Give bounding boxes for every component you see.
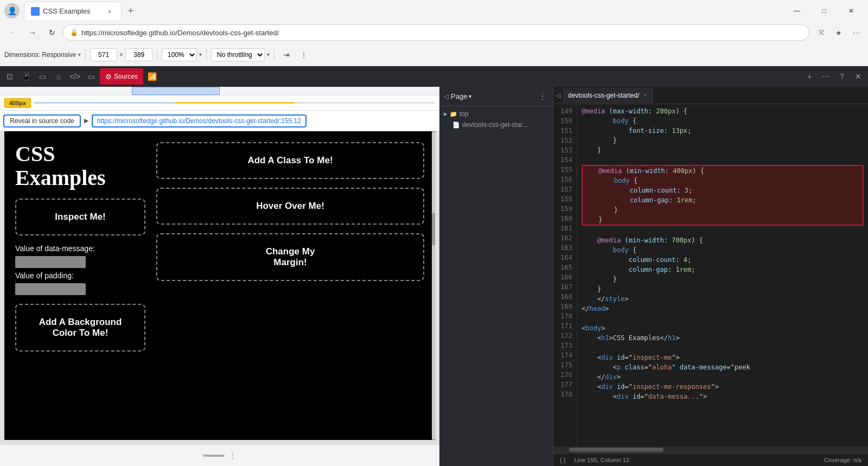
browser-tab[interactable]: CSS Examples × <box>24 2 122 20</box>
reading-view-icon[interactable]: 𝓡 <box>814 25 829 40</box>
inspect-element-panel-btn[interactable]: ⊡ <box>2 69 17 84</box>
toolbar-separator-4 <box>274 49 275 60</box>
tab-close-button[interactable]: × <box>105 7 114 16</box>
file-tab-back-icon[interactable]: ◁ <box>556 92 560 99</box>
demo-data-info: Value of data-message: Value of padding: <box>15 244 145 295</box>
toolbar-separator-1 <box>85 49 86 60</box>
device-emulation-panel-btn[interactable]: 📱 <box>18 69 34 84</box>
toolbar-more-icon[interactable]: ⋮ <box>296 47 311 62</box>
toolbar-separator-3 <box>206 49 207 60</box>
panel-right-controls: + ⋯ ? ✕ <box>802 69 866 84</box>
reveal-source-code-button[interactable]: Reveal in source code <box>3 114 81 127</box>
tree-item-top[interactable]: ▶ 📁 top <box>442 108 551 119</box>
maximize-button[interactable]: □ <box>812 2 837 20</box>
viewport-scrollbar-thumb <box>432 213 435 245</box>
active-file-tab[interactable]: devtools-css-get-started/ × <box>563 88 653 103</box>
toggle-pretty-print-icon[interactable]: { } <box>560 457 565 463</box>
demo-inspect-btn[interactable]: Inspect Me! <box>15 199 145 235</box>
code-lines[interactable]: @media (max-width: 200px) { body { font-… <box>577 104 868 446</box>
cursor-position: Line 155, Column 12 <box>574 457 629 463</box>
width-input[interactable] <box>90 48 117 61</box>
line-numbers: 1491501511521531541551561571581591601611… <box>553 104 577 446</box>
tooltip-bar: Reveal in source code ▶ https://microsof… <box>0 111 439 131</box>
console-panel-btn[interactable]: ▭ <box>84 69 99 84</box>
wifi-icon[interactable]: 📶 <box>144 69 159 84</box>
width-badge: 400px <box>4 98 31 108</box>
user-avatar[interactable]: 👤 <box>4 3 20 18</box>
tab-bar: CSS Examples × + <box>24 2 784 20</box>
minimize-button[interactable]: — <box>784 2 809 20</box>
demo-page: CSSExamples Inspect Me! Value of data-me… <box>4 131 435 440</box>
new-tab-button[interactable]: + <box>122 2 140 20</box>
demo-bg-color-btn[interactable]: Add A BackgroundColor To Me! <box>15 304 145 352</box>
demo-add-class-btn[interactable]: Add A Class To Me! <box>156 142 424 179</box>
zoom-chevron-icon: ▾ <box>199 52 202 58</box>
page-bar: ◁ Page ▾ ⋮ <box>439 87 553 106</box>
page-dropdown-btn[interactable]: Page ▾ <box>451 92 471 100</box>
back-button[interactable]: ← <box>4 24 22 41</box>
height-input[interactable] <box>125 48 152 61</box>
back-nav-icon[interactable]: ◁ <box>444 93 449 100</box>
sidebar-panel: ◁ Page ▾ ⋮ ▶ 📁 top � <box>439 87 553 466</box>
viewport-bottom-bar: ⋮ <box>0 444 439 466</box>
sidebar-tree: ▶ 📁 top 📄 devtools-css-get-star... <box>439 106 553 466</box>
home-panel-btn[interactable]: ⌂ <box>51 69 66 84</box>
devtools-right-panel: ◁ Page ▾ ⋮ ▶ 📁 top � <box>439 87 868 466</box>
layout-panel-btn[interactable]: ▭ <box>35 69 50 84</box>
main-area: 400px Reveal in source code ▶ https://mi… <box>0 87 868 466</box>
file-tab-close-icon[interactable]: × <box>643 92 647 98</box>
dimensions-label: Dimensions: Responsive <box>4 51 76 59</box>
h-scrollbar[interactable] <box>553 446 868 453</box>
sources-panel-btn[interactable]: ⚙ Sources <box>100 68 143 85</box>
tree-top-label: top <box>459 110 469 118</box>
demo-hover-btn[interactable]: Hover Over Me! <box>156 188 424 225</box>
source-url-display[interactable]: https://microsoftedge.github.io/Demos/de… <box>92 114 307 127</box>
page-label: Page <box>451 92 467 100</box>
address-bar: ← → ↻ 🔒 https://microsoftedge.github.io/… <box>0 22 868 43</box>
viewport-area: 400px Reveal in source code ▶ https://mi… <box>0 87 439 466</box>
title-bar: 👤 CSS Examples × + — □ ✕ <box>0 0 868 22</box>
demo-change-margin-btn[interactable]: Change MyMargin! <box>156 233 424 281</box>
demo-data-input <box>15 256 86 268</box>
code-content-area: 1491501511521531541551561571581591601611… <box>553 104 868 446</box>
throttle-select[interactable]: No throttling <box>211 48 265 61</box>
viewport-bottom-dots-icon: ⋮ <box>229 451 237 460</box>
browser-more-icon[interactable]: ⋯ <box>848 25 864 40</box>
window-controls: — □ ✕ <box>784 2 864 20</box>
h-scrollbar-thumb <box>569 448 663 452</box>
more-panels-btn[interactable]: ⋯ <box>818 69 833 84</box>
zoom-select[interactable]: 100% <box>162 48 197 61</box>
devtools-panels-bar: ⊡ 📱 ▭ ⌂ </> ▭ ⚙ Sources 📶 + ⋯ ? ✕ <box>0 66 868 87</box>
toolbar-separator-2 <box>157 49 157 60</box>
devtools-toolbar: Dimensions: Responsive ▾ × 100% ▾ No thr… <box>0 43 868 66</box>
devtools-help-btn[interactable]: ? <box>834 69 850 84</box>
status-left: { } <box>560 457 565 463</box>
close-button[interactable]: ✕ <box>839 2 864 20</box>
close-devtools-btn[interactable]: ✕ <box>851 69 866 84</box>
demo-left-col: CSSExamples Inspect Me! Value of data-me… <box>15 142 145 429</box>
address-input[interactable]: 🔒 https://microsoftedge.github.io/Demos/… <box>63 24 809 41</box>
ruler-line <box>34 102 435 104</box>
refresh-button[interactable]: ↻ <box>43 24 61 41</box>
tab-title: CSS Examples <box>43 7 101 15</box>
status-bar: { } Line 155, Column 12 Coverage: n/a <box>553 453 868 466</box>
viewport-scrollbar[interactable] <box>432 131 435 440</box>
file-tab-bar: ◁ devtools-css-get-started/ × <box>553 87 868 104</box>
width-indicator-bar: 400px <box>0 95 439 111</box>
reveal-arrow-icon: ▶ <box>84 117 88 124</box>
page-more-icon[interactable]: ⋮ <box>537 91 548 103</box>
devtools-inner: ◁ Page ▾ ⋮ ▶ 📁 top � <box>439 87 868 466</box>
throttle-chevron-icon: ▾ <box>267 52 270 58</box>
tree-item-file[interactable]: 📄 devtools-css-get-star... <box>442 119 551 130</box>
demo-value-padding-label: Value of padding: <box>15 271 145 280</box>
dimensions-chevron-icon: ▾ <box>78 52 81 58</box>
ruler-bar[interactable] <box>0 87 439 95</box>
sources-icon: ⚙ <box>105 73 112 81</box>
forward-button[interactable]: → <box>24 24 41 41</box>
favorites-icon[interactable]: ★ <box>831 25 846 40</box>
elements-panel-btn[interactable]: </> <box>67 69 82 84</box>
dimension-x-label: × <box>119 51 123 59</box>
page-bar-icons: ⋮ <box>537 91 548 103</box>
export-icon[interactable]: ⇥ <box>279 47 294 62</box>
add-panel-btn[interactable]: + <box>802 69 817 84</box>
